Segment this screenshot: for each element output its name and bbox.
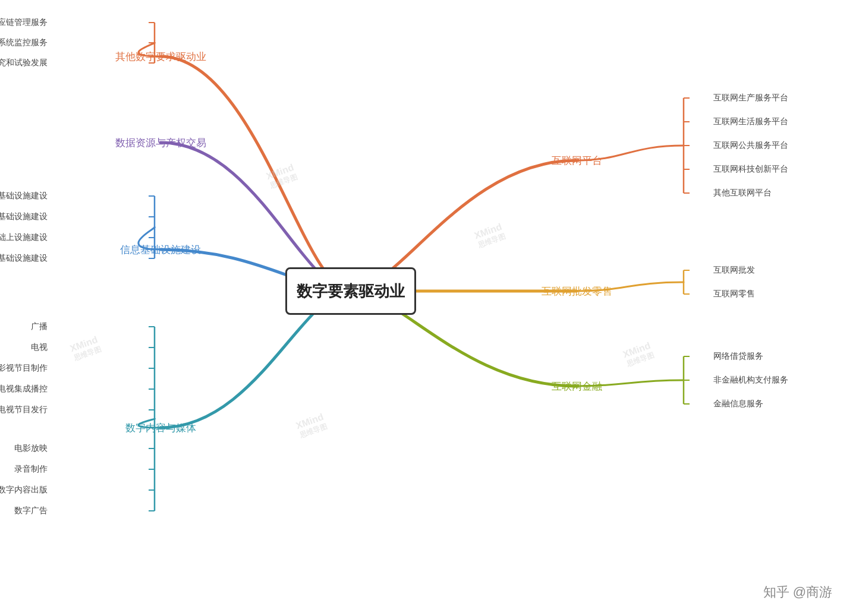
branch-internet-wholesale: 互联网批发零售 [542,285,612,298]
leaf-digital-content-550: 广播 [31,321,48,332]
branch-digital-content: 数字内容与媒体 [125,421,196,435]
center-label: 数字要素驱动业 [297,281,405,302]
leaf-info-infra-330: 网络基础设施建设 [0,191,48,201]
leaf-internet-finance-600: 网络借贷服务 [713,351,763,362]
leaf-digital-content-690: 电影和广播电视节目发行 [0,405,48,415]
mind-map: 数字要素驱动业 知乎 @商游 其他数字要求驱动业供应链管理服务安全系统监控服务数… [0,0,856,616]
leaf-other-demand-38: 供应链管理服务 [0,17,48,28]
leaf-other-demand-72: 安全系统监控服务 [0,37,48,48]
branch-internet-finance: 互联网金融 [552,380,602,393]
leaf-internet-platform-205: 互联网生活服务平台 [713,116,788,127]
leaf-internet-wholesale-495: 互联网零售 [713,289,755,299]
leaf-digital-content-755: 电影放映 [14,443,48,454]
leaf-internet-platform-245: 互联网公共服务平台 [713,140,788,151]
leaf-digital-content-585: 电视 [31,342,48,353]
leaf-other-demand-106: 数字技术研究和试验发展 [0,58,48,68]
branch-other-demand: 其他数字要求驱动业 [115,50,206,64]
leaf-info-infra-435: 其他信息基础设施建设 [0,253,48,264]
leaf-digital-content-860: 数字广告 [14,506,48,516]
watermark-3: XMind思维导图 [294,412,328,441]
leaf-internet-platform-165: 互联网生产服务平台 [713,93,788,103]
leaf-digital-content-825: 数字内容出版 [0,485,48,495]
leaf-info-infra-365: 新技术基础设施建设 [0,211,48,222]
leaf-internet-finance-640: 非金融机构支付服务 [713,375,788,386]
leaf-internet-platform-285: 互联网科技创新平台 [713,164,788,175]
branch-info-infra: 信息基础设施建设 [120,243,201,257]
leaf-info-infra-400: 算力基础上设施建设 [0,232,48,243]
leaf-digital-content-655: 广播电视集成播控 [0,384,48,394]
branch-internet-platform: 互联网平台 [552,154,602,168]
watermark-0: XMind思维导图 [68,334,102,364]
logo-text: 知乎 @商游 [763,583,832,601]
watermark-2: XMind思维导图 [473,222,506,251]
leaf-digital-content-620: 影视节目制作 [0,363,48,374]
watermark-4: XMind思维导图 [621,340,655,369]
leaf-internet-wholesale-455: 互联网批发 [713,265,755,276]
watermark-1: XMind思维导图 [265,162,298,191]
center-node: 数字要素驱动业 [285,267,416,315]
branch-data-trading: 数据资源与产权交易 [115,136,206,150]
leaf-digital-content-790: 录音制作 [14,464,48,475]
leaf-internet-platform-325: 其他互联网平台 [713,188,772,198]
leaf-internet-finance-680: 金融信息服务 [713,399,763,409]
